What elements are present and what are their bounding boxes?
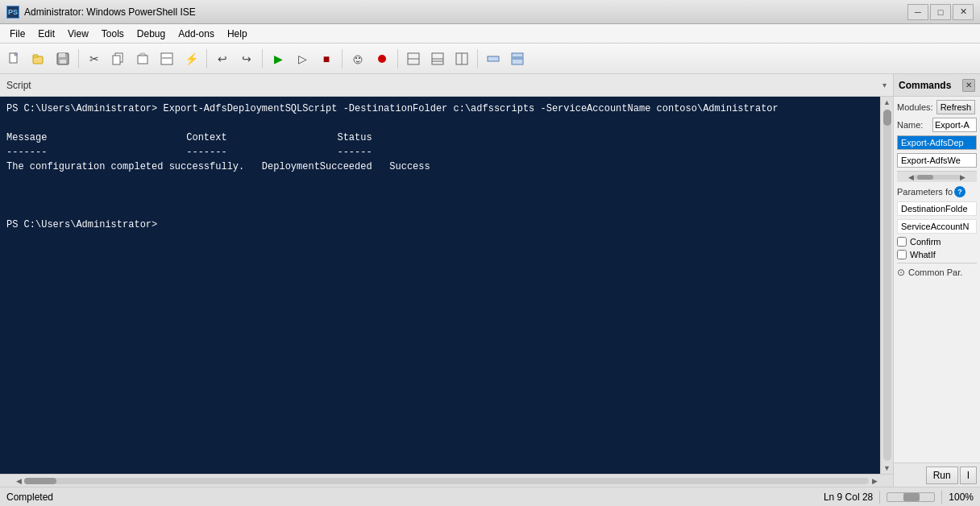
commands-body: Modules: Refresh Name: Export-AdfsDep Ex… bbox=[894, 97, 980, 462]
cmd-list-item-1[interactable]: Export-AdfsWe bbox=[897, 153, 977, 168]
refresh-button[interactable]: Refresh bbox=[936, 100, 976, 114]
stop-button[interactable]: ■ bbox=[315, 48, 338, 70]
maximize-button[interactable]: □ bbox=[930, 4, 951, 20]
svg-rect-11 bbox=[161, 53, 172, 64]
svg-rect-24 bbox=[488, 56, 499, 61]
toolbar-sep-5 bbox=[397, 49, 398, 68]
zoom-level: 100% bbox=[949, 491, 974, 503]
close-button[interactable]: ✕ bbox=[953, 4, 974, 20]
name-label: Name: bbox=[897, 120, 929, 130]
cmd-hscroll-right[interactable]: ▶ bbox=[960, 173, 965, 181]
copy-run-button[interactable]: I bbox=[960, 467, 977, 484]
menu-tools[interactable]: Tools bbox=[95, 24, 131, 43]
toolbar-sep-2 bbox=[206, 49, 207, 68]
console-line-0: PS C:\Users\Administrator> Export-AdfsDe… bbox=[6, 103, 779, 114]
cmd-hscroll-track[interactable] bbox=[914, 175, 960, 180]
status-text: Completed bbox=[6, 491, 824, 503]
debug-button[interactable] bbox=[347, 48, 369, 70]
hscroll-left[interactable]: ◀ bbox=[13, 475, 24, 487]
commands-title: Commands bbox=[899, 80, 951, 91]
commands-close-button[interactable]: ✕ bbox=[962, 79, 975, 92]
run-button[interactable]: Run bbox=[926, 467, 958, 484]
console-vscroll[interactable]: ▲ ▼ bbox=[880, 97, 893, 474]
save-button[interactable] bbox=[52, 48, 74, 70]
toolbar-sep-3 bbox=[262, 49, 263, 68]
app-title: Administrator: Windows PowerShell ISE bbox=[24, 6, 907, 18]
toolbar-sep-1 bbox=[78, 49, 79, 68]
console-output[interactable]: PS C:\Users\Administrator> Export-AdfsDe… bbox=[0, 97, 880, 474]
svg-point-15 bbox=[359, 57, 360, 59]
run-button[interactable]: ▶ bbox=[267, 48, 289, 70]
menu-view[interactable]: View bbox=[61, 24, 95, 43]
window-controls: ─ □ ✕ bbox=[907, 4, 974, 20]
menu-bar: File Edit View Tools Debug Add-ons Help bbox=[0, 24, 980, 44]
cut-button[interactable]: ✂ bbox=[83, 48, 106, 70]
menu-edit[interactable]: Edit bbox=[31, 24, 61, 43]
menu-debug[interactable]: Debug bbox=[131, 24, 172, 43]
checkbox-whatif: WhatIf bbox=[897, 250, 977, 259]
hscroll-right[interactable]: ▶ bbox=[869, 475, 880, 487]
vscroll-up[interactable]: ▲ bbox=[882, 97, 893, 108]
app-icon: PS bbox=[6, 6, 19, 19]
pane-toggle-3[interactable] bbox=[451, 48, 473, 70]
console-line-3: ------- ------- ------ bbox=[6, 147, 372, 158]
whatif-label: WhatIf bbox=[910, 250, 936, 259]
hscroll-thumb[interactable] bbox=[24, 478, 56, 484]
common-params-row[interactable]: ⊙ Common Par. bbox=[897, 263, 977, 281]
menu-help[interactable]: Help bbox=[221, 24, 254, 43]
copy-button[interactable] bbox=[107, 48, 130, 70]
zoom-in-button[interactable] bbox=[482, 48, 505, 70]
svg-rect-2 bbox=[33, 55, 38, 57]
name-input[interactable] bbox=[932, 118, 977, 132]
open-button[interactable] bbox=[27, 48, 50, 70]
scroll-thumb bbox=[903, 493, 920, 501]
param-item-1: ServiceAccountN bbox=[897, 219, 977, 234]
menu-addons[interactable]: Add-ons bbox=[172, 24, 221, 43]
vscroll-thumb[interactable] bbox=[883, 110, 891, 126]
toolbar-sep-4 bbox=[342, 49, 343, 68]
paste-button[interactable] bbox=[131, 48, 154, 70]
cmd-hscroll[interactable]: ◀ ▶ bbox=[897, 171, 977, 182]
run-selection-button[interactable]: ▷ bbox=[291, 48, 314, 70]
svg-rect-5 bbox=[60, 60, 66, 64]
status-right: Ln 9 Col 28 100% bbox=[824, 491, 974, 504]
confirm-checkbox[interactable] bbox=[897, 237, 907, 247]
hscroll-track[interactable] bbox=[24, 478, 869, 484]
confirm-label: Confirm bbox=[910, 237, 941, 247]
status-sep-1 bbox=[879, 491, 880, 504]
vscroll-down[interactable]: ▼ bbox=[882, 462, 893, 474]
svg-rect-10 bbox=[140, 53, 145, 56]
cmd-list-item-0[interactable]: Export-AdfsDep bbox=[897, 135, 977, 150]
params-help-icon[interactable]: ? bbox=[954, 186, 965, 197]
cmd-hscroll-left[interactable]: ◀ bbox=[908, 173, 914, 181]
console-line-2: Message Context Status bbox=[6, 132, 372, 143]
checkbox-confirm: Confirm bbox=[897, 237, 977, 247]
menu-file[interactable]: File bbox=[3, 24, 31, 43]
console-hscroll[interactable]: ◀ ▶ bbox=[0, 474, 893, 487]
undo-button[interactable]: ↩ bbox=[211, 48, 234, 70]
modules-label: Modules: bbox=[897, 102, 933, 112]
modules-row: Modules: Refresh bbox=[897, 100, 977, 114]
svg-rect-9 bbox=[138, 56, 147, 64]
svg-rect-4 bbox=[59, 53, 65, 57]
main-content: Script ▾ PS C:\Users\Administrator> Expo… bbox=[0, 74, 980, 487]
whatif-checkbox[interactable] bbox=[897, 250, 907, 259]
position-text: Ln 9 Col 28 bbox=[824, 491, 873, 503]
pane-toggle-1[interactable] bbox=[402, 48, 425, 70]
redo-button[interactable]: ↪ bbox=[235, 48, 258, 70]
script-dropdown[interactable]: ▾ bbox=[882, 81, 887, 89]
script-icon-button[interactable]: ⚡ bbox=[180, 48, 202, 70]
vscroll-track[interactable] bbox=[883, 110, 891, 461]
minimize-button[interactable]: ─ bbox=[907, 4, 928, 20]
run-area: Run I bbox=[894, 462, 980, 487]
zoom-out-button[interactable] bbox=[506, 48, 529, 70]
scroll-indicator bbox=[887, 492, 935, 502]
breakpoint-button[interactable] bbox=[371, 48, 393, 70]
common-params-label: Common Par. bbox=[908, 268, 962, 277]
cmd-hscroll-thumb[interactable] bbox=[917, 175, 933, 180]
svg-point-16 bbox=[378, 55, 386, 63]
position-indicator: Ln 9 Col 28 bbox=[824, 491, 873, 503]
pane-toggle-2[interactable] bbox=[426, 48, 449, 70]
clear-button[interactable] bbox=[156, 48, 178, 70]
new-button[interactable] bbox=[3, 48, 26, 70]
